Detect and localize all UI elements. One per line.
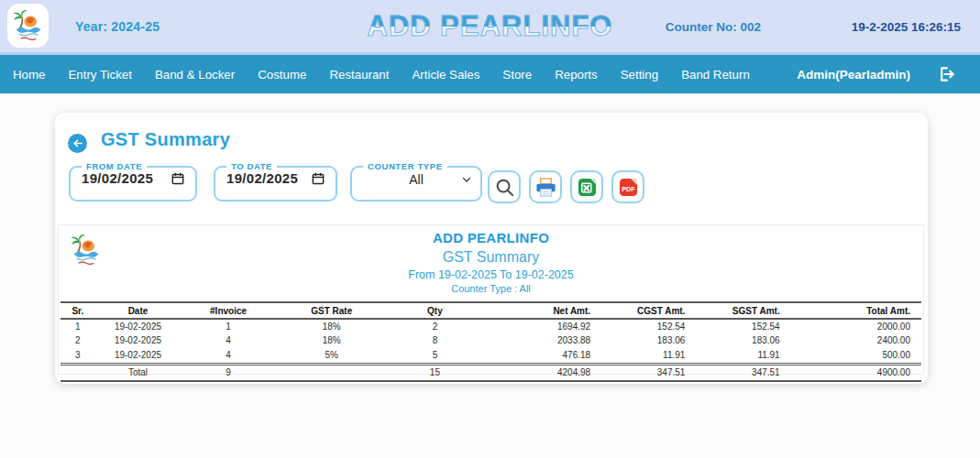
total-cell: Total (95, 364, 182, 381)
total-cell (276, 364, 388, 381)
table-cell: 4 (181, 334, 275, 349)
export-excel-button[interactable] (570, 170, 603, 203)
report-counter-type: Counter Type : All (59, 283, 923, 294)
nav-item-band-return[interactable]: Band Return (681, 68, 750, 82)
column-header: Date (95, 302, 182, 319)
column-header: #Invoice (181, 302, 275, 319)
from-date-input[interactable]: 19/02/2025 (71, 170, 195, 186)
table-total-row: Total9154204.98347.51347.514900.00 (61, 364, 921, 381)
calendar-icon[interactable] (312, 172, 325, 185)
table-cell: 18% (276, 334, 388, 349)
gst-summary-card: GST Summary FROM DATE 19/02/2025 TO DATE… (55, 113, 928, 384)
table-cell: 19-02-2025 (95, 319, 182, 334)
table-cell: 2000.00 (784, 319, 921, 334)
printer-icon (535, 177, 556, 198)
table-cell: 500.00 (784, 348, 921, 364)
nav-item-article-sales[interactable]: Article Sales (412, 68, 479, 82)
report-company-name: ADD PEARLINFO (59, 230, 923, 245)
table-cell: 183.06 (594, 334, 688, 349)
export-pdf-button[interactable]: PDF (611, 170, 644, 203)
table-cell: 2 (388, 319, 482, 334)
nav-items: HomeEntry TicketBand & LockerCostumeRest… (13, 68, 750, 82)
calendar-icon[interactable] (171, 172, 184, 185)
table-cell: 19-02-2025 (95, 334, 182, 349)
table-cell: 1 (61, 319, 95, 334)
column-header: Total Amt. (784, 302, 921, 319)
app-title: ADD PEARLINFO (368, 10, 613, 43)
table-cell: 476.18 (482, 348, 594, 364)
total-cell: 347.51 (688, 364, 783, 381)
total-cell: 347.51 (594, 364, 688, 381)
search-button[interactable] (488, 170, 521, 203)
table-cell: 11.91 (688, 348, 783, 364)
to-date-input[interactable]: 19/02/2025 (215, 170, 336, 186)
table-cell: 2400.00 (784, 334, 921, 349)
total-cell: 4900.00 (784, 364, 921, 381)
company-logo (7, 4, 49, 48)
nav-item-reports[interactable]: Reports (555, 68, 598, 82)
total-cell: 4204.98 (482, 364, 594, 381)
page-title: GST Summary (101, 129, 230, 150)
counter-type-label: COUNTER TYPE (363, 161, 447, 171)
back-button[interactable] (68, 134, 87, 153)
table-cell: 4 (181, 348, 275, 364)
table-cell: 152.54 (594, 319, 688, 334)
year-label: Year: 2024-25 (75, 19, 160, 34)
waterpark-logo-icon (12, 7, 45, 44)
nav-item-restaurant[interactable]: Restaurant (329, 68, 389, 82)
action-buttons: PDF (488, 170, 644, 203)
nav-item-band-locker[interactable]: Band & Locker (155, 68, 235, 82)
table-cell: 3 (61, 348, 95, 364)
table-cell: 1 (181, 319, 275, 334)
pdf-icon: PDF (618, 177, 639, 198)
nav-item-entry-ticket[interactable]: Entry Ticket (68, 68, 131, 82)
column-header: Net Amt. (482, 302, 594, 319)
app-header: Year: 2024-25 ADD PEARLINFO Counter No: … (0, 0, 980, 55)
report-title: GST Summary (59, 249, 923, 266)
nav-item-store[interactable]: Store (502, 68, 532, 82)
table-cell: 2033.88 (482, 334, 594, 349)
counter-type-field: COUNTER TYPE All (350, 161, 482, 202)
table-cell: 11.91 (594, 348, 688, 364)
nav-item-home[interactable]: Home (13, 68, 45, 82)
to-date-field: TO DATE 19/02/2025 (214, 161, 337, 202)
admin-user-menu[interactable]: Admin(Pearladmin) (797, 68, 910, 82)
table-row: 319-02-202545%5476.1811.9111.91500.00 (61, 348, 921, 364)
print-button[interactable] (529, 170, 562, 203)
chevron-down-icon (461, 174, 472, 185)
counter-type-select[interactable]: All (352, 172, 480, 187)
table-row: 119-02-2025118%21694.92152.54152.542000.… (61, 319, 921, 334)
excel-icon (577, 177, 598, 198)
counter-number: Counter No: 002 (666, 19, 761, 33)
column-header: SGST Amt. (688, 302, 783, 319)
total-cell: 15 (388, 364, 482, 381)
column-header: Qty (388, 302, 482, 319)
nav-item-setting[interactable]: Setting (621, 68, 658, 82)
table-cell: 1694.92 (482, 319, 594, 334)
table-cell: 183.06 (688, 334, 783, 349)
main-nav: HomeEntry TicketBand & LockerCostumeRest… (0, 55, 980, 93)
svg-text:PDF: PDF (622, 185, 635, 193)
column-header: Sr. (61, 302, 95, 319)
column-header: GST Rate (276, 302, 388, 319)
from-date-field: FROM DATE 19/02/2025 (69, 161, 197, 202)
table-cell: 5 (388, 348, 482, 364)
report-logo-icon (70, 230, 103, 270)
report-date-range: From 19-02-2025 To 19-02-2025 (59, 268, 923, 281)
nav-item-costume[interactable]: Costume (258, 68, 306, 82)
table-cell: 19-02-2025 (95, 348, 182, 364)
table-cell: 152.54 (688, 319, 783, 334)
gst-summary-table: Sr.Date#InvoiceGST RateQtyNet Amt.CGST A… (61, 301, 921, 382)
arrow-left-icon (72, 137, 83, 149)
table-header-row: Sr.Date#InvoiceGST RateQtyNet Amt.CGST A… (61, 302, 921, 319)
screen: Year: 2024-25 ADD PEARLINFO Counter No: … (0, 0, 980, 458)
search-icon (494, 177, 515, 198)
table-cell: 8 (388, 334, 482, 349)
logout-icon[interactable] (938, 65, 956, 83)
report-header: ADD PEARLINFO GST Summary From 19-02-202… (59, 225, 923, 294)
datetime-label: 19-2-2025 16:26:15 (852, 19, 961, 33)
total-cell (61, 364, 95, 381)
total-cell: 9 (181, 364, 275, 381)
table-cell: 2 (61, 334, 95, 349)
table-cell: 5% (276, 348, 388, 364)
